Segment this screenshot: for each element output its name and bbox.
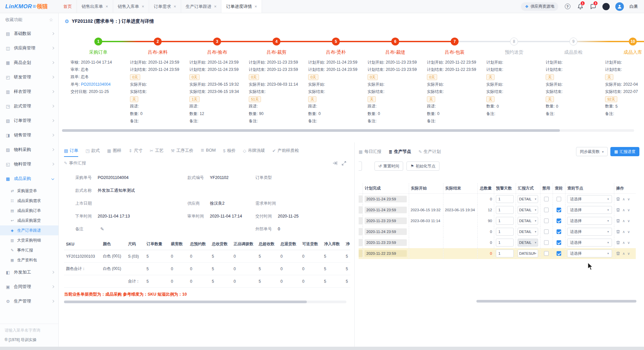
sidebar-subitem-4[interactable]: ↩成品采购退货: [0, 216, 58, 225]
report-method-select[interactable]: DETAIL▾: [518, 206, 538, 214]
front-node-select[interactable]: 请选择▾: [567, 195, 612, 203]
disable-checkbox[interactable]: [544, 229, 549, 234]
nodes-panel-scrollbar[interactable]: [359, 300, 639, 303]
sidebar-item-7[interactable]: ▧订单管理: [0, 113, 58, 128]
plan-finish-field[interactable]: 2020-11-22 23:59: [365, 250, 407, 257]
order-tab-BOM[interactable]: ≣BOM: [201, 148, 216, 156]
disable-checkbox[interactable]: [544, 208, 549, 212]
step-circle[interactable]: 1: [94, 38, 102, 45]
front-node-select[interactable]: 请选择▾: [567, 206, 612, 214]
scrollbar-thumb[interactable]: [64, 301, 307, 303]
disable-checkbox[interactable]: [544, 219, 549, 223]
move-down-icon[interactable]: ∨: [628, 251, 630, 256]
close-icon[interactable]: ×: [106, 4, 108, 9]
step-circle[interactable]: 8: [510, 38, 518, 45]
pre-check-checkbox[interactable]: [557, 197, 561, 201]
pre-check-checkbox[interactable]: [557, 240, 561, 245]
report-method-select[interactable]: DATESUM▾: [518, 249, 538, 257]
close-icon[interactable]: ×: [174, 4, 176, 9]
move-up-icon[interactable]: ∧: [623, 208, 625, 212]
scrollbar-thumb[interactable]: [62, 129, 560, 132]
close-icon[interactable]: ×: [142, 4, 145, 9]
sync-cut-count-button[interactable]: 同步裁剪数▾: [576, 147, 608, 156]
move-up-icon[interactable]: ∧: [623, 230, 625, 234]
star-icon[interactable]: ☆: [49, 17, 53, 22]
top-tab-2[interactable]: 销售出库单×: [77, 0, 113, 13]
reset-time-button[interactable]: ↺重置时间: [374, 161, 403, 171]
sidebar-item-12[interactable]: ◧外发加工: [0, 265, 58, 279]
top-tab-5[interactable]: 生产订单跟进×: [181, 0, 222, 13]
warn-days-input[interactable]: 1: [496, 206, 514, 214]
warn-days-input[interactable]: 1: [496, 195, 514, 203]
plan-finish-field[interactable]: 2020-11-23 23:59: [365, 239, 407, 246]
nodes-tab-生产节点[interactable]: ≣生产节点: [389, 149, 411, 155]
delete-icon[interactable]: [616, 229, 620, 234]
move-up-icon[interactable]: ∧: [623, 251, 625, 256]
help-icon[interactable]: ?: [564, 3, 571, 10]
sidebar-subitem-8[interactable]: ▦生产资料包: [0, 255, 58, 265]
sidebar-item-8[interactable]: ◨销售管理: [0, 128, 58, 142]
pre-check-checkbox[interactable]: [557, 208, 561, 212]
front-node-select[interactable]: 请选择▾: [567, 217, 612, 225]
disable-checkbox[interactable]: [544, 197, 549, 201]
pre-check-checkbox[interactable]: [557, 251, 561, 256]
menu-search-input[interactable]: [5, 328, 54, 333]
report-method-select[interactable]: DETAIL▾: [518, 228, 538, 236]
order-tab-款式[interactable]: ◳款式: [85, 148, 100, 157]
sidebar-item-11[interactable]: ▩成品采购: [0, 171, 58, 186]
sidebar-item-3[interactable]: ▦商品企划: [0, 55, 58, 70]
pre-check-checkbox[interactable]: [557, 229, 561, 234]
report-method-select[interactable]: DETAIL▾: [518, 195, 538, 203]
top-tab-1[interactable]: 首页: [59, 0, 77, 13]
warn-days-input[interactable]: 1: [496, 239, 514, 247]
sidebar-item-9[interactable]: ▨物料采购: [0, 142, 58, 157]
step-circle[interactable]: 2: [154, 38, 162, 45]
order-tab-产前样质检[interactable]: ✔产前样质检: [272, 148, 299, 157]
sidebar-item-4[interactable]: ◰研发管理: [0, 70, 58, 84]
disable-checkbox[interactable]: [544, 240, 549, 245]
top-tab-4[interactable]: 订单需求×: [149, 0, 181, 13]
plan-finish-field[interactable]: 2020-11-23 23:59: [365, 218, 407, 224]
sidebar-item-14[interactable]: ⚙生产管理: [0, 294, 58, 308]
warn-days-input[interactable]: 1: [496, 249, 514, 257]
nodes-tab-每日汇报[interactable]: ▦每日汇报: [359, 149, 381, 155]
order-tab-工序工价[interactable]: ⚒工序工价: [171, 148, 194, 157]
plan-finish-field[interactable]: 2020-11-24 23:59: [365, 207, 407, 213]
order-tab-图样[interactable]: ▦图样: [107, 148, 121, 157]
plan-finish-field[interactable]: 2020-11-24 23:59: [365, 228, 407, 235]
sidebar-item-13[interactable]: ▣合同管理: [0, 279, 58, 294]
sidebar-subitem-7[interactable]: ✎事件汇报: [0, 245, 58, 255]
step-circle[interactable]: 5: [332, 38, 340, 45]
sidebar-subitem-3[interactable]: ▤成品采购订单: [0, 206, 58, 216]
nodes-tab-生产计划[interactable]: ✎生产计划: [418, 149, 441, 155]
sidebar-subitem-2[interactable]: ☷成品采购需求: [0, 196, 58, 206]
step-circle[interactable]: 3: [213, 38, 221, 45]
pre-check-checkbox[interactable]: [557, 219, 561, 223]
sidebar-item-10[interactable]: ◱物料管理: [0, 157, 58, 171]
theme-icon[interactable]: [602, 3, 610, 10]
delete-icon[interactable]: [616, 197, 620, 201]
sidebar-item-5[interactable]: ▥样衣管理: [0, 84, 58, 99]
username[interactable]: 白果: [629, 4, 638, 10]
notification-bell-icon[interactable]: 1: [577, 3, 584, 10]
top-tab-3[interactable]: 销售入库单×: [113, 0, 149, 13]
delete-icon[interactable]: [616, 240, 620, 245]
sidebar-subitem-5[interactable]: ◈生产订单跟进: [0, 225, 58, 235]
front-node-select[interactable]: 请选择▾: [567, 228, 612, 236]
front-node-select[interactable]: 请选择▾: [567, 249, 612, 257]
move-up-icon[interactable]: ∧: [623, 219, 625, 223]
order-tab-工艺[interactable]: ✂工艺: [150, 148, 164, 157]
order-number-link[interactable]: PO20201104004: [81, 82, 111, 87]
delete-icon[interactable]: [616, 219, 620, 223]
step-circle[interactable]: 9: [569, 38, 577, 45]
move-up-icon[interactable]: ∧: [623, 241, 625, 245]
order-tab-核价[interactable]: $核价: [223, 148, 236, 157]
supplier-resource-button[interactable]: ❖ 供应商资源地: [521, 2, 558, 11]
delete-icon[interactable]: [616, 208, 620, 212]
collapse-icon[interactable]: [332, 160, 338, 166]
front-node-select[interactable]: 请选择▾: [567, 239, 612, 247]
report-method-select[interactable]: DETAIL▾: [518, 239, 538, 247]
sidebar-item-2[interactable]: ◫供应商管理: [0, 41, 58, 55]
close-icon[interactable]: ×: [214, 4, 217, 9]
plan-finish-field[interactable]: 2020-11-24 23:59: [365, 196, 407, 202]
